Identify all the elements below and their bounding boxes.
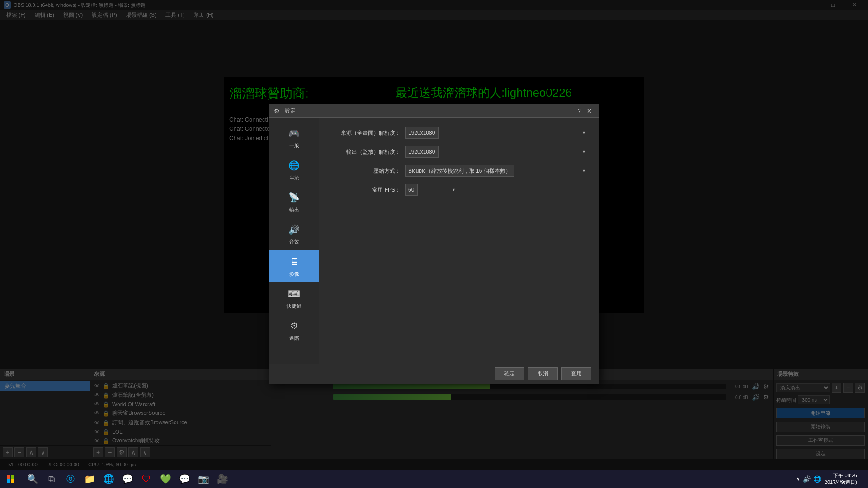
fps-select[interactable]: 60	[405, 184, 418, 196]
audio-icon: 🔊	[287, 222, 302, 237]
speaker-icon[interactable]: 🔊	[803, 475, 811, 483]
sys-icons: ∧ 🔊 🌐	[796, 475, 821, 483]
settings-content: 來源（全畫面）解析度： 868x488 輸出（監放）解析度： 1920x10…	[319, 118, 599, 364]
nav-video-label: 影像	[289, 271, 299, 277]
hotkeys-icon: ⌨	[287, 286, 302, 301]
settings-nav: 🎮 一般 🌐 串流 📡 輸出 🔊 音效 🖥 影像	[269, 118, 319, 364]
cancel-button[interactable]: 取消	[528, 367, 558, 380]
field-label-1: 來源（全畫面）解析度：	[328, 129, 401, 137]
nav-stream[interactable]: 🌐 串流	[269, 154, 319, 186]
svg-rect-0	[7, 475, 10, 479]
app1-button[interactable]: 📷	[194, 470, 212, 488]
skype-button[interactable]: 💬	[118, 470, 137, 488]
nav-stream-label: 串流	[289, 174, 299, 181]
obs-taskbar-button[interactable]: 🎥	[213, 470, 231, 488]
nav-general[interactable]: 🎮 一般	[269, 122, 319, 154]
help-button[interactable]: ?	[574, 106, 584, 116]
confirm-button[interactable]: 確定	[495, 367, 524, 380]
edge-button[interactable]: ⓔ	[61, 470, 80, 488]
settings-row-3: 壓縮方式： Bicubic（縮放後較銳利，取 16 個樣本數）	[328, 165, 590, 177]
nav-output[interactable]: 📡 輸出	[269, 186, 319, 218]
output-resolution-wrapper: 868x488	[405, 146, 590, 158]
field-label-4: 常用 FPS：	[328, 186, 401, 194]
taskbar-clock[interactable]: 下午 08:26 2017/4/9(週日)	[825, 472, 857, 486]
settings-row-2: 輸出（監放）解析度： 868x488	[328, 146, 590, 158]
chevron-up-icon[interactable]: ∧	[796, 475, 800, 483]
taskbar-icons: 🔍 ⧉ ⓔ 📁 🌐 💬 🛡 💚 💬 📷 🎥	[22, 470, 233, 488]
field-label-2: 輸出（監放）解析度：	[328, 148, 401, 156]
nav-general-label: 一般	[289, 142, 299, 149]
general-icon: 🎮	[287, 126, 302, 141]
taskbar: 🔍 ⧉ ⓔ 📁 🌐 💬 🛡 💚 💬 📷 🎥 ∧ 🔊 🌐 下午 08:26 201…	[0, 470, 868, 488]
source-resolution-wrapper: 868x488	[405, 127, 590, 139]
show-desktop-button[interactable]	[861, 470, 863, 488]
search-taskbar-button[interactable]: 🔍	[24, 470, 42, 488]
line-button[interactable]: 💚	[156, 470, 175, 488]
file-explorer-button[interactable]: 📁	[80, 470, 99, 488]
output-resolution-select[interactable]: 868x488	[405, 146, 439, 158]
chrome-button[interactable]: 🌐	[99, 470, 118, 488]
modal-overlay: ⚙ 設定 ? ✕ 🎮 一般 🌐 串流 📡 輸出	[0, 0, 868, 488]
nav-advanced-label: 進階	[289, 335, 299, 342]
scale-method-select[interactable]: Bicubic（縮放後較銳利，取 16 個樣本數）	[405, 165, 514, 177]
taskbar-right: ∧ 🔊 🌐 下午 08:26 2017/4/9(週日)	[796, 470, 868, 488]
nav-hotkeys[interactable]: ⌨ 快捷鍵	[269, 282, 319, 314]
dialog-icon: ⚙	[274, 108, 281, 115]
nav-advanced[interactable]: ⚙ 進階	[269, 314, 319, 346]
dialog-title: 設定	[285, 107, 574, 115]
settings-dialog: ⚙ 設定 ? ✕ 🎮 一般 🌐 串流 📡 輸出	[269, 104, 599, 384]
clock-time: 下午 08:26	[825, 472, 857, 479]
dialog-title-bar: ⚙ 設定 ? ✕	[269, 104, 599, 118]
video-icon: 🖥	[287, 254, 302, 269]
dialog-footer: 確定 取消 套用	[269, 364, 599, 384]
antivirus-button[interactable]: 🛡	[137, 470, 156, 488]
start-button[interactable]	[0, 470, 22, 488]
nav-audio[interactable]: 🔊 音效	[269, 218, 319, 250]
apply-button[interactable]: 套用	[561, 367, 591, 380]
output-icon: 📡	[287, 190, 302, 205]
svg-rect-1	[11, 475, 14, 479]
wechat-button[interactable]: 💬	[175, 470, 193, 488]
scale-method-wrapper: Bicubic（縮放後較銳利，取 16 個樣本數）	[405, 165, 590, 177]
nav-video[interactable]: 🖥 影像	[269, 250, 319, 282]
advanced-icon: ⚙	[287, 319, 302, 333]
stream-icon: 🌐	[287, 158, 302, 173]
svg-rect-2	[7, 479, 10, 483]
source-resolution-select[interactable]: 868x488	[405, 127, 439, 139]
settings-row-1: 來源（全畫面）解析度： 868x488	[328, 127, 590, 139]
dialog-close-button[interactable]: ✕	[584, 106, 594, 116]
nav-output-label: 輸出	[289, 206, 299, 213]
nav-hotkeys-label: 快捷鍵	[287, 303, 302, 310]
nav-audio-label: 音效	[289, 239, 299, 245]
dialog-body: 🎮 一般 🌐 串流 📡 輸出 🔊 音效 🖥 影像	[269, 118, 599, 364]
task-view-button[interactable]: ⧉	[42, 470, 61, 488]
field-label-3: 壓縮方式：	[328, 167, 401, 175]
fps-wrapper: 60	[405, 184, 459, 196]
network-icon[interactable]: 🌐	[813, 475, 821, 483]
svg-rect-3	[11, 479, 14, 483]
clock-date: 2017/4/9(週日)	[825, 479, 857, 486]
settings-row-4: 常用 FPS： 60	[328, 184, 590, 196]
